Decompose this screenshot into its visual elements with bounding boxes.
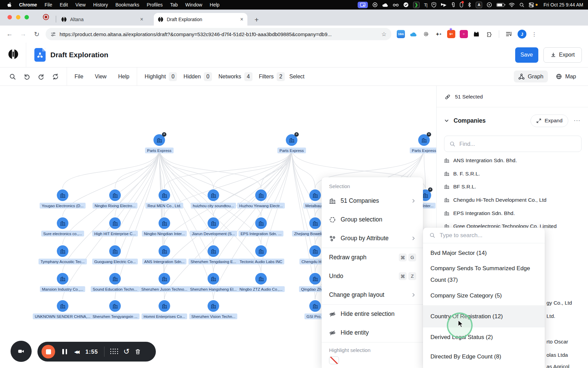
play-circle-icon[interactable] xyxy=(487,2,492,8)
graph-node-label[interactable]: Tymphany Acoustic Tec... xyxy=(38,259,87,264)
graph-node-label[interactable]: Tectonic Audio Labs INC xyxy=(238,259,284,264)
company-name-fragment[interactable]: olas Ltda xyxy=(546,352,568,358)
graph-node-label[interactable]: Shenzhen Tengyangxin ... xyxy=(91,313,140,319)
company-node-circle[interactable] xyxy=(309,300,321,312)
company-node-circle[interactable] xyxy=(57,273,68,285)
menu-view[interactable]: View xyxy=(95,74,107,80)
context-menu-item[interactable]: Undo ⌘Z xyxy=(322,267,423,286)
graph-node-label[interactable]: Parts Express xyxy=(410,148,438,153)
attribute-menu-item[interactable]: Directed By Edge Count (8) xyxy=(423,347,545,366)
color-swatch[interactable] xyxy=(341,356,351,364)
extension-cloud-icon[interactable] xyxy=(409,30,418,38)
bluetooth-icon[interactable] xyxy=(468,2,471,8)
company-node-circle[interactable] xyxy=(159,217,170,229)
profile-avatar[interactable]: J xyxy=(518,30,526,39)
color-swatch[interactable] xyxy=(377,356,387,364)
redo-icon[interactable] xyxy=(38,73,45,80)
company-node-circle[interactable] xyxy=(309,273,321,285)
refresh-icon[interactable] xyxy=(52,73,59,80)
company-node-circle[interactable] xyxy=(208,300,219,312)
graph-canvas[interactable]: + Parts Express + Parts Express + xyxy=(0,86,588,368)
a-chip-icon[interactable]: A xyxy=(476,2,482,8)
toolbar-stat[interactable]: Highlight 0 xyxy=(145,72,177,81)
context-menu-item[interactable]: 51 Companies xyxy=(322,191,423,210)
graph-node-label[interactable]: ANS Intergration Sdn... xyxy=(142,259,186,264)
play-chip-icon[interactable]: ❯ xyxy=(413,2,420,8)
camera-toggle-button[interactable] xyxy=(11,341,32,362)
graph-node-label[interactable]: Shenzhen Juson Techno... xyxy=(139,286,189,292)
toolbar-stat[interactable]: Filters 2 xyxy=(259,72,285,81)
minimize-window-button[interactable] xyxy=(16,15,20,19)
attribute-menu-item[interactable]: Country Of Registration (12) xyxy=(423,305,545,327)
graph-node-label[interactable]: Guoguang Electric Co... xyxy=(92,259,138,264)
company-node-circle[interactable] xyxy=(109,217,121,229)
section-more-icon[interactable]: ··· xyxy=(574,117,581,124)
tab-altana[interactable]: Altana × xyxy=(57,13,147,26)
save-button[interactable]: Save xyxy=(515,47,538,63)
company-node-circle[interactable] xyxy=(255,245,267,257)
company-list-item[interactable]: ANS Intergration Sdn. Bhd. xyxy=(444,154,584,167)
reload-icon[interactable]: ↻ xyxy=(30,30,44,38)
wifi-icon[interactable] xyxy=(509,2,515,8)
company-name-fragment[interactable]: as Agricol xyxy=(546,364,569,368)
menubar-item[interactable]: Profiles xyxy=(143,2,166,7)
context-menu-item[interactable]: Redraw graph ⌘G xyxy=(322,248,423,267)
company-node-circle[interactable] xyxy=(159,189,170,201)
company-name-fragment[interactable]: gy Co., Ltd xyxy=(546,300,572,306)
company-list-item[interactable]: BF S.R.L. xyxy=(444,180,584,194)
extension-cat-icon[interactable] xyxy=(472,30,480,38)
graph-node-label[interactable]: Ningbo Ningdian Inter... xyxy=(142,231,187,236)
company-node-circle[interactable] xyxy=(309,245,321,257)
menubar-item[interactable]: File xyxy=(41,2,56,7)
graph-node-label[interactable]: Sure electronics co.,... xyxy=(41,231,84,236)
company-node-circle[interactable] xyxy=(109,273,121,285)
company-node-circle[interactable] xyxy=(309,189,321,201)
company-node-circle[interactable] xyxy=(109,189,121,201)
company-node-circle[interactable] xyxy=(159,273,170,285)
attribute-menu-item[interactable]: Derived Legal Status (2) xyxy=(423,327,545,347)
graph-node-label[interactable]: Shenzhen Tengdaxing E... xyxy=(189,259,238,264)
view-toggle-map[interactable]: Map xyxy=(551,71,581,82)
extension-nine-plus-icon[interactable]: 9+ xyxy=(447,30,455,38)
menubar-item[interactable]: Help xyxy=(206,2,223,7)
extensions-puzzle-icon[interactable] xyxy=(485,30,493,38)
screen-share-icon[interactable] xyxy=(358,2,368,8)
menubar-item[interactable]: Tab xyxy=(166,2,182,7)
extension-loom-icon[interactable]: 16m xyxy=(397,30,405,38)
company-node-circle[interactable] xyxy=(255,189,267,201)
company-node-circle[interactable] xyxy=(57,300,68,312)
context-menu-item[interactable]: Hide entire selection xyxy=(322,305,423,323)
grid-options-icon[interactable] xyxy=(110,349,119,355)
menu-file[interactable]: File xyxy=(75,74,83,80)
company-node-circle[interactable] xyxy=(159,245,170,257)
graph-node-label[interactable]: Huzhou Yinwang Electr... xyxy=(237,203,285,209)
graph-node-label[interactable]: Ningbo Rixing Electro... xyxy=(93,203,137,209)
rewind-button[interactable]: ◀◀ xyxy=(74,349,80,354)
toolbar-stat[interactable]: Networks 4 xyxy=(218,72,252,81)
paperclip-icon[interactable] xyxy=(451,2,455,8)
graph-node-label[interactable]: Ningbo ZTZ Audio Co.,... xyxy=(238,286,285,292)
company-node-circle[interactable] xyxy=(208,189,219,201)
company-name-fragment[interactable]: Ltd. xyxy=(546,313,555,319)
new-tab-button[interactable]: + xyxy=(255,16,259,24)
extension-pink-icon[interactable]: ⁘ xyxy=(460,30,468,38)
attribute-menu-item[interactable]: Company Sends To Summarized Edge Count (… xyxy=(423,263,545,286)
company-list-item[interactable]: B. F. S.R.L. xyxy=(444,167,584,181)
color-swatch[interactable] xyxy=(389,356,399,364)
company-list-item[interactable]: Chengdu Hi-Tech Development Co., Ltd xyxy=(444,194,584,207)
extension-gear-icon[interactable] xyxy=(422,30,430,38)
menubar-item[interactable]: View xyxy=(72,2,89,7)
menubar-item[interactable]: History xyxy=(89,2,112,7)
company-node-circle[interactable] xyxy=(159,300,170,312)
site-settings-icon[interactable] xyxy=(50,31,56,37)
color-swatch[interactable] xyxy=(353,356,363,364)
find-input[interactable]: Find... xyxy=(444,136,582,152)
context-menu-item[interactable]: Change graph layout xyxy=(322,286,423,304)
search-icon[interactable] xyxy=(9,73,16,80)
company-node-circle[interactable] xyxy=(255,273,267,285)
view-toggle-graph[interactable]: Graph xyxy=(514,71,548,82)
color-swatch[interactable] xyxy=(365,356,375,364)
graph-node-label[interactable]: Reui MEN Co., Ltd. xyxy=(145,203,183,209)
color-swatch[interactable] xyxy=(329,356,339,364)
graph-node-label[interactable]: Shenzhen Vision Techn... xyxy=(189,313,237,319)
